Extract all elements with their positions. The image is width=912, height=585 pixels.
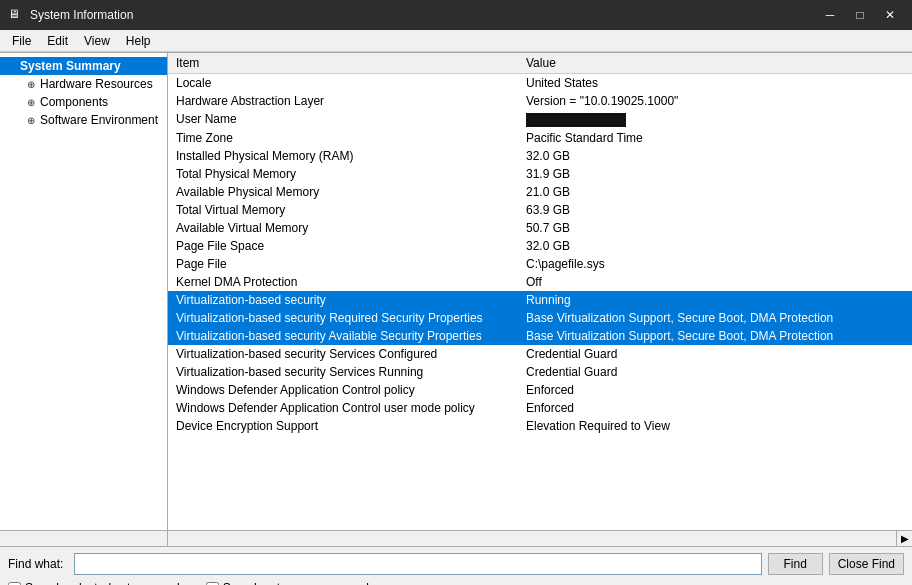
- table-cell-value: Base Virtualization Support, Secure Boot…: [518, 327, 912, 345]
- table-row[interactable]: Virtualization-based security Available …: [168, 327, 912, 345]
- table-cell-value: 32.0 GB: [518, 147, 912, 165]
- column-header-item: Item: [168, 53, 518, 74]
- horizontal-scrollbar[interactable]: ▶: [0, 530, 912, 546]
- table-cell-item: Available Physical Memory: [168, 183, 518, 201]
- table-row[interactable]: Total Virtual Memory63.9 GB: [168, 201, 912, 219]
- menu-help[interactable]: Help: [118, 30, 159, 51]
- expander-icon: ⊕: [24, 115, 38, 126]
- table-row[interactable]: Virtualization-based security Required S…: [168, 309, 912, 327]
- table-cell-value: Credential Guard: [518, 363, 912, 381]
- find-button[interactable]: Find: [768, 553, 823, 575]
- right-panel[interactable]: Item Value LocaleUnited StatesHardware A…: [168, 53, 912, 530]
- sidebar-label-components: Components: [40, 95, 108, 109]
- table-cell-item: Virtualization-based security: [168, 291, 518, 309]
- left-panel: System Summary ⊕ Hardware Resources ⊕ Co…: [0, 53, 168, 530]
- sidebar-item-hardware-resources[interactable]: ⊕ Hardware Resources: [0, 75, 167, 93]
- window-controls: ─ □ ✕: [816, 5, 904, 25]
- table-row[interactable]: Virtualization-based securityRunning: [168, 291, 912, 309]
- sidebar-item-system-summary[interactable]: System Summary: [0, 57, 167, 75]
- sidebar-label-system-summary: System Summary: [20, 59, 121, 73]
- window-title: System Information: [30, 8, 133, 22]
- table-cell-item: Time Zone: [168, 129, 518, 147]
- table-cell-item: User Name: [168, 110, 518, 129]
- table-cell-value: 50.7 GB: [518, 219, 912, 237]
- table-row[interactable]: Hardware Abstraction LayerVersion = "10.…: [168, 92, 912, 110]
- redacted-value: [526, 113, 626, 127]
- table-cell-item: Windows Defender Application Control use…: [168, 399, 518, 417]
- table-cell-value: United States: [518, 74, 912, 93]
- table-cell-value: 32.0 GB: [518, 237, 912, 255]
- table-cell-value: Enforced: [518, 381, 912, 399]
- table-cell-value: Credential Guard: [518, 345, 912, 363]
- search-category-names-label[interactable]: Search category names only: [206, 581, 375, 585]
- table-row[interactable]: Time ZonePacific Standard Time: [168, 129, 912, 147]
- table-cell-item: Page File Space: [168, 237, 518, 255]
- table-row[interactable]: Installed Physical Memory (RAM)32.0 GB: [168, 147, 912, 165]
- table-cell-item: Hardware Abstraction Layer: [168, 92, 518, 110]
- close-button[interactable]: ✕: [876, 5, 904, 25]
- find-row: Find what: Find Close Find: [8, 553, 904, 575]
- menu-view[interactable]: View: [76, 30, 118, 51]
- search-category-names-text: Search category names only: [223, 581, 375, 585]
- table-cell-value: Off: [518, 273, 912, 291]
- table-cell-item: Page File: [168, 255, 518, 273]
- title-bar-left: 🖥 System Information: [8, 7, 133, 23]
- minimize-button[interactable]: ─: [816, 5, 844, 25]
- bottom-area: Find what: Find Close Find Search select…: [0, 546, 912, 585]
- table-cell-item: Kernel DMA Protection: [168, 273, 518, 291]
- hscroll-inner[interactable]: [168, 531, 896, 546]
- search-selected-category-label[interactable]: Search selected category only: [8, 581, 186, 585]
- search-category-names-checkbox[interactable]: [206, 582, 219, 586]
- table-row[interactable]: Device Encryption SupportElevation Requi…: [168, 417, 912, 435]
- table-row[interactable]: Total Physical Memory31.9 GB: [168, 165, 912, 183]
- table-cell-item: Virtualization-based security Services C…: [168, 345, 518, 363]
- search-selected-category-checkbox[interactable]: [8, 582, 21, 586]
- table-cell-value: 21.0 GB: [518, 183, 912, 201]
- table-row[interactable]: Virtualization-based security Services C…: [168, 345, 912, 363]
- maximize-button[interactable]: □: [846, 5, 874, 25]
- table-cell-item: Total Virtual Memory: [168, 201, 518, 219]
- table-row[interactable]: Page FileC:\pagefile.sys: [168, 255, 912, 273]
- table-cell-value: Enforced: [518, 399, 912, 417]
- table-cell-value: Base Virtualization Support, Secure Boot…: [518, 309, 912, 327]
- sidebar-label-software-environment: Software Environment: [40, 113, 158, 127]
- column-header-value: Value: [518, 53, 912, 74]
- menu-bar: File Edit View Help: [0, 30, 912, 52]
- search-selected-category-text: Search selected category only: [25, 581, 186, 585]
- sidebar-item-software-environment[interactable]: ⊕ Software Environment: [0, 111, 167, 129]
- table-cell-value: [518, 110, 912, 129]
- close-find-button[interactable]: Close Find: [829, 553, 904, 575]
- sidebar-label-hardware-resources: Hardware Resources: [40, 77, 153, 91]
- table-cell-item: Virtualization-based security Services R…: [168, 363, 518, 381]
- expander-icon: ⊕: [24, 79, 38, 90]
- table-row[interactable]: Available Physical Memory21.0 GB: [168, 183, 912, 201]
- table-row[interactable]: Kernel DMA ProtectionOff: [168, 273, 912, 291]
- table-cell-value: Version = "10.0.19025.1000": [518, 92, 912, 110]
- find-what-label: Find what:: [8, 557, 68, 571]
- menu-edit[interactable]: Edit: [39, 30, 76, 51]
- table-row[interactable]: Available Virtual Memory50.7 GB: [168, 219, 912, 237]
- table-cell-item: Virtualization-based security Available …: [168, 327, 518, 345]
- table-row[interactable]: Windows Defender Application Control use…: [168, 399, 912, 417]
- table-cell-item: Installed Physical Memory (RAM): [168, 147, 518, 165]
- table-cell-item: Windows Defender Application Control pol…: [168, 381, 518, 399]
- table-cell-value: Pacific Standard Time: [518, 129, 912, 147]
- sidebar-item-components[interactable]: ⊕ Components: [0, 93, 167, 111]
- table-row[interactable]: Virtualization-based security Services R…: [168, 363, 912, 381]
- find-input[interactable]: [74, 553, 762, 575]
- expander-icon: ⊕: [24, 97, 38, 108]
- table-row[interactable]: LocaleUnited States: [168, 74, 912, 93]
- table-cell-item: Total Physical Memory: [168, 165, 518, 183]
- menu-file[interactable]: File: [4, 30, 39, 51]
- table-row[interactable]: Windows Defender Application Control pol…: [168, 381, 912, 399]
- table-row[interactable]: User Name: [168, 110, 912, 129]
- data-table: Item Value LocaleUnited StatesHardware A…: [168, 53, 912, 435]
- checkboxes-row: Search selected category only Search cat…: [8, 581, 904, 585]
- title-bar: 🖥 System Information ─ □ ✕: [0, 0, 912, 30]
- table-cell-item: Available Virtual Memory: [168, 219, 518, 237]
- table-row[interactable]: Page File Space32.0 GB: [168, 237, 912, 255]
- table-cell-value: Elevation Required to View: [518, 417, 912, 435]
- main-content: System Summary ⊕ Hardware Resources ⊕ Co…: [0, 52, 912, 530]
- table-cell-item: Virtualization-based security Required S…: [168, 309, 518, 327]
- table-cell-item: Device Encryption Support: [168, 417, 518, 435]
